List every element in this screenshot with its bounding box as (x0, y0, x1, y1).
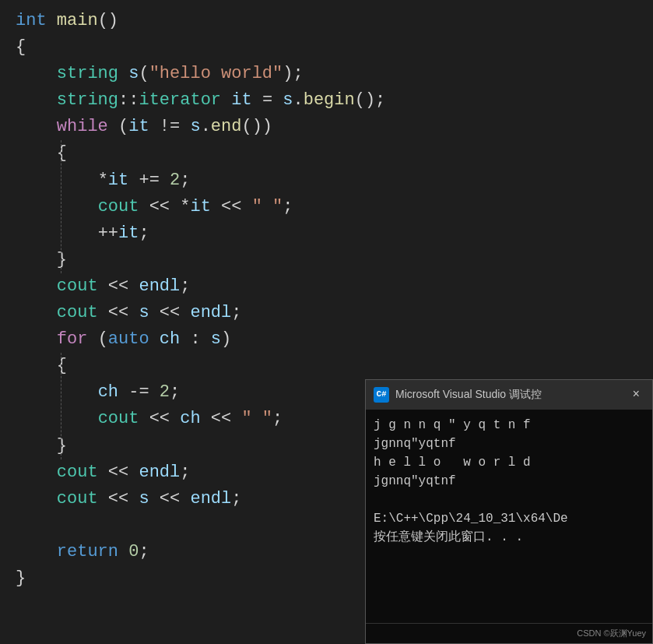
console-window: C# Microsoft Visual Studio 调试控 × j g n n… (365, 379, 653, 644)
console-line: jgnnq"yqtnf (374, 472, 644, 491)
console-icon-text: C# (376, 388, 386, 401)
console-app-icon: C# (374, 387, 389, 403)
code-line: } (16, 247, 653, 273)
keyword-int: int (16, 8, 47, 34)
code-line: string::iterator it = s.begin(); (16, 87, 653, 114)
func-main: main (57, 8, 98, 34)
code-line: cout << s << endl; (16, 300, 653, 326)
console-line: 按任意键关闭此窗口. . . (374, 528, 644, 547)
code-line: { (16, 140, 653, 167)
console-output: j g n n q " y q t n f jgnnq"yqtnf h e l … (366, 410, 652, 623)
footer-credit: CSDN ©跃渊Yuey (577, 628, 646, 638)
code-line: { (16, 34, 653, 61)
console-line: E:\C++\Cpp\24_10_31\x64\De (374, 509, 644, 528)
console-line-blank (374, 491, 644, 509)
console-titlebar: C# Microsoft Visual Studio 调试控 × (366, 380, 652, 410)
code-line: int main() (16, 8, 653, 34)
code-line: cout << *it << " "; (16, 194, 653, 220)
console-close-button[interactable]: × (627, 384, 644, 406)
while-block: { *it += 2; cout << *it << " "; ++it; } (16, 140, 653, 273)
code-line: cout << endl; (16, 273, 653, 300)
console-titlebar-left: C# Microsoft Visual Studio 调试控 (374, 386, 542, 403)
console-line: jgnnq"yqtnf (374, 435, 644, 453)
code-line: while (it != s.end()) (16, 114, 653, 140)
code-line: *it += 2; (16, 167, 653, 194)
console-line: h e l l o w o r l d (374, 453, 644, 472)
code-line: ++it; (16, 220, 653, 247)
console-title: Microsoft Visual Studio 调试控 (395, 386, 542, 403)
code-line: { (16, 353, 653, 379)
console-line: j g n n q " y q t n f (374, 416, 644, 435)
code-line: for (auto ch : s) (16, 326, 653, 353)
code-line: string s("hello world"); (16, 61, 653, 87)
console-footer: CSDN ©跃渊Yuey (366, 623, 652, 643)
